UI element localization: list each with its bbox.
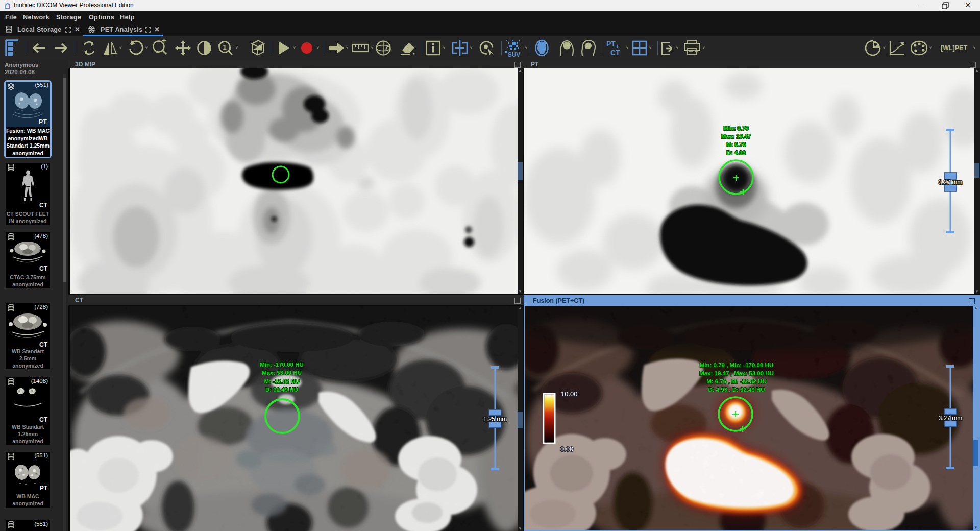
svg-text:PT: PT bbox=[606, 40, 616, 48]
svg-text:Max: 53.00 HU: Max: 53.00 HU bbox=[262, 370, 302, 376]
svg-text:3.27 mm: 3.27 mm bbox=[939, 415, 963, 422]
svg-text:D: 4.93 , D: 32.49 HU: D: 4.93 , D: 32.49 HU bbox=[708, 387, 765, 393]
svg-text:SUV: SUV bbox=[508, 51, 521, 57]
svg-text:Min: 0.79 , Min: -170.00 HU: Min: 0.79 , Min: -170.00 HU bbox=[700, 362, 773, 368]
svg-text:Max: 19.47 , Max: 53.00 HU: Max: 19.47 , Max: 53.00 HU bbox=[699, 370, 774, 376]
svg-text:Min: -170.00 HU: Min: -170.00 HU bbox=[260, 361, 304, 368]
svg-text:3.27 mm: 3.27 mm bbox=[939, 179, 963, 186]
svg-text:D: 32.49 HU: D: 32.49 HU bbox=[265, 387, 298, 393]
svg-text:M: -12.52 HU: M: -12.52 HU bbox=[264, 378, 299, 384]
svg-text:D: 4.93: D: 4.93 bbox=[726, 150, 746, 156]
svg-text:Max: 19.47: Max: 19.47 bbox=[721, 133, 751, 139]
svg-text:1: 1 bbox=[223, 43, 226, 51]
svg-text:M: 6.76: M: 6.76 bbox=[726, 141, 746, 148]
svg-text:1.25 mm: 1.25 mm bbox=[483, 416, 507, 423]
svg-text:CT: CT bbox=[610, 49, 620, 57]
svg-text:10.00: 10.00 bbox=[561, 390, 578, 398]
svg-text:0.00: 0.00 bbox=[560, 445, 573, 453]
svg-text:M: 6.76 , M: -12.52 HU: M: 6.76 , M: -12.52 HU bbox=[706, 378, 767, 384]
svg-text:Min: 0.79: Min: 0.79 bbox=[723, 125, 748, 131]
